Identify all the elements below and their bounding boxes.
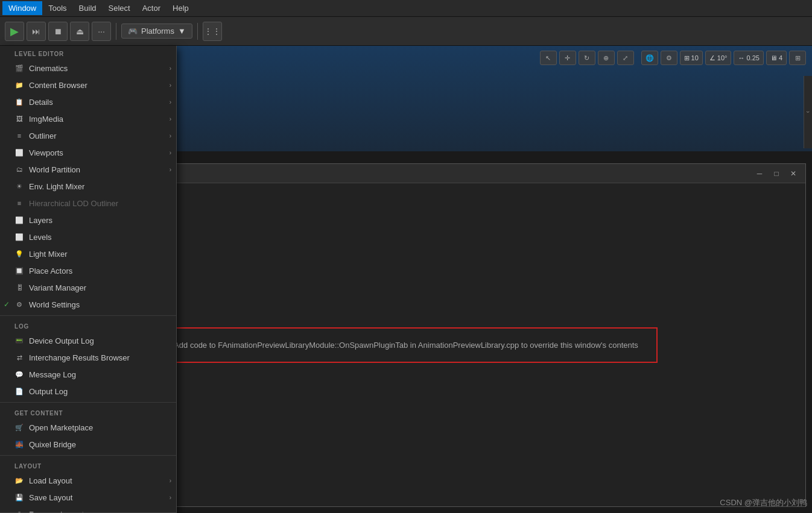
- variant-manager-icon: 🎛: [14, 283, 24, 292]
- menu-entry-imgmedia[interactable]: 🖼 ImgMedia ›: [0, 110, 176, 127]
- platforms-button[interactable]: 🎮 Platforms ▼: [121, 24, 192, 39]
- eject-button[interactable]: ⏏: [70, 22, 89, 41]
- grid-value: 10: [691, 54, 699, 61]
- details-icon: 📋: [14, 97, 24, 107]
- play-button[interactable]: ▶: [5, 22, 24, 41]
- open-marketplace-icon: 🛒: [14, 423, 24, 432]
- menu-entry-interchange-results[interactable]: ⇄ Interchange Results Browser: [0, 349, 176, 366]
- interchange-results-label: Interchange Results Browser: [29, 353, 171, 362]
- menu-entry-remove-layout[interactable]: 🗑 Remove Layout ›: [0, 506, 176, 513]
- vp-screen-size[interactable]: 🖥 4: [766, 51, 787, 65]
- watermark: CSDN @弹吉他的小刘鸭: [720, 497, 807, 508]
- save-layout-icon: 💾: [14, 493, 24, 502]
- levels-icon: ⬜: [14, 232, 24, 242]
- menu-entry-hierarchical-lod[interactable]: ≡ Hierarchical LOD Outliner: [0, 195, 176, 212]
- fw-maximize-btn[interactable]: □: [769, 168, 784, 180]
- cinematics-arrow: ›: [170, 65, 171, 72]
- message-log-icon: 💬: [14, 370, 24, 379]
- world-partition-arrow: ›: [170, 166, 171, 173]
- details-arrow: ›: [170, 99, 171, 105]
- message-box: Add code to FAnimationPreviewLibraryModu…: [154, 327, 658, 363]
- vp-move-btn[interactable]: ✛: [559, 51, 576, 65]
- screen-icon: 🖥: [770, 54, 777, 61]
- menu-entry-device-output-log[interactable]: 📟 Device Output Log: [0, 332, 176, 349]
- cinematics-label: Cinematics: [29, 64, 165, 73]
- hierarchical-lod-icon: ≡: [14, 198, 24, 208]
- menu-entry-outliner[interactable]: ≡ Outliner ›: [0, 127, 176, 144]
- scale-val: 0.25: [746, 54, 759, 61]
- interchange-results-icon: ⇄: [14, 353, 24, 362]
- more-button[interactable]: ···: [92, 22, 111, 41]
- lines-button[interactable]: ⋮⋮: [203, 22, 222, 41]
- menu-entry-load-layout[interactable]: 📂 Load Layout ›: [0, 472, 176, 489]
- vp-scale-btn[interactable]: ⊕: [598, 51, 615, 65]
- world-settings-label: World Settings: [29, 300, 171, 309]
- vp-select-btn[interactable]: ↖: [540, 51, 557, 65]
- light-mixer-label: Light Mixer: [29, 250, 171, 259]
- remove-layout-label: Remove Layout: [29, 510, 165, 514]
- right-edge-tab[interactable]: ›: [804, 76, 812, 148]
- load-layout-label: Load Layout: [29, 476, 165, 485]
- place-actors-icon: 🔲: [14, 266, 24, 275]
- world-settings-icon: ⚙: [14, 300, 24, 309]
- vp-angle[interactable]: ∠ 10°: [705, 51, 732, 65]
- platforms-icon: 🎮: [128, 27, 138, 36]
- viewport-toolbar: ↖ ✛ ↻ ⊕ ⤢ 🌐 ⚙ ⊞ 10 ∠ 10° ↔ 0.25: [540, 51, 806, 65]
- imgmedia-arrow: ›: [170, 116, 171, 122]
- menu-entry-viewports[interactable]: ⬜ Viewports ›: [0, 144, 176, 161]
- outliner-arrow: ›: [170, 133, 171, 139]
- vp-rotate-btn[interactable]: ↻: [579, 51, 595, 65]
- load-layout-arrow: ›: [170, 477, 171, 484]
- menu-entry-quixel-bridge[interactable]: 🌉 Quixel Bridge: [0, 436, 176, 453]
- menu-entry-variant-manager[interactable]: 🎛 Variant Manager: [0, 279, 176, 296]
- save-layout-arrow: ›: [170, 494, 171, 501]
- menu-entry-details[interactable]: 📋 Details ›: [0, 93, 176, 110]
- menu-entry-world-settings[interactable]: ✓ ⚙ World Settings: [0, 296, 176, 313]
- divider-log: [0, 315, 176, 316]
- platforms-arrow: ▼: [178, 27, 186, 36]
- menu-entry-env-light-mixer[interactable]: ☀ Env. Light Mixer: [0, 178, 176, 195]
- menu-actor[interactable]: Actor: [136, 1, 167, 15]
- output-log-label: Output Log: [29, 387, 171, 396]
- menu-entry-light-mixer[interactable]: 💡 Light Mixer: [0, 245, 176, 262]
- menu-entry-place-actors[interactable]: 🔲 Place Actors: [0, 262, 176, 279]
- step-button[interactable]: ⏭: [27, 22, 46, 41]
- main-area: LEVEL EDITOR 🎬 Cinematics › 📁 Content Br…: [0, 46, 812, 513]
- variant-manager-label: Variant Manager: [29, 283, 171, 292]
- angle-value: 10°: [717, 54, 728, 61]
- menu-entry-world-partition[interactable]: 🗂 World Partition ›: [0, 161, 176, 178]
- quixel-bridge-icon: 🌉: [14, 439, 24, 449]
- content-browser-icon: 📁: [14, 80, 24, 90]
- viewports-icon: ⬜: [14, 148, 24, 157]
- menu-entry-output-log[interactable]: 📄 Output Log: [0, 383, 176, 400]
- fw-close-btn[interactable]: ✕: [786, 168, 801, 180]
- outliner-icon: ≡: [14, 131, 24, 140]
- menu-entry-content-browser[interactable]: 📁 Content Browser ›: [0, 77, 176, 93]
- vp-globe-btn[interactable]: 🌐: [641, 51, 658, 65]
- remove-layout-arrow: ›: [170, 511, 171, 514]
- menu-build[interactable]: Build: [73, 1, 103, 15]
- menu-tools[interactable]: Tools: [42, 1, 72, 15]
- menu-window[interactable]: Window: [2, 1, 42, 15]
- save-layout-label: Save Layout: [29, 493, 165, 502]
- menu-entry-open-marketplace[interactable]: 🛒 Open Marketplace: [0, 419, 176, 436]
- levels-label: Levels: [29, 233, 171, 242]
- stop-button[interactable]: ⏹: [48, 22, 68, 41]
- vp-settings-btn[interactable]: ⚙: [661, 51, 677, 65]
- menu-entry-message-log[interactable]: 💬 Message Log: [0, 366, 176, 383]
- menu-select[interactable]: Select: [103, 1, 136, 15]
- vp-grid-size[interactable]: ⊞ 10: [680, 51, 703, 65]
- layers-label: Layers: [29, 216, 171, 225]
- menu-entry-layers[interactable]: ⬜ Layers: [0, 212, 176, 228]
- menu-help[interactable]: Help: [167, 1, 195, 15]
- menu-entry-cinematics[interactable]: 🎬 Cinematics ›: [0, 60, 176, 77]
- message-log-label: Message Log: [29, 370, 171, 379]
- vp-scale-value[interactable]: ↔ 0.25: [734, 51, 763, 65]
- menu-entry-save-layout[interactable]: 💾 Save Layout ›: [0, 489, 176, 506]
- menu-entry-levels[interactable]: ⬜ Levels: [0, 228, 176, 245]
- load-layout-icon: 📂: [14, 476, 24, 485]
- vp-layout-btn[interactable]: ⊞: [789, 51, 806, 65]
- fw-minimize-btn[interactable]: ─: [752, 168, 767, 180]
- section-level-editor: LEVEL EDITOR: [0, 46, 176, 60]
- vp-maximize-btn[interactable]: ⤢: [617, 51, 634, 65]
